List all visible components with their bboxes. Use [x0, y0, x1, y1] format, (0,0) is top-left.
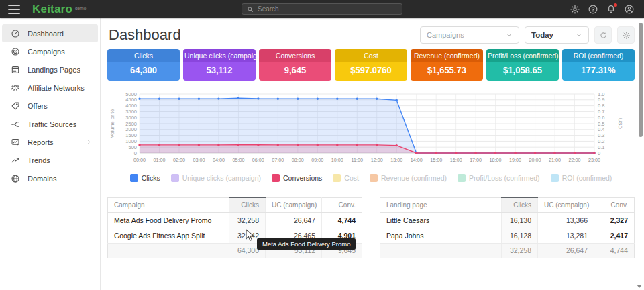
menu-toggle-icon[interactable] — [8, 5, 20, 14]
legend-item-roi-confirmed[interactable]: ROI (confirmed) — [551, 174, 612, 182]
totals-cell: 26,647 — [538, 243, 594, 258]
dashboard-chart: 005000.110000.215000.320000.425000.53000… — [107, 89, 631, 172]
search-input[interactable]: Search — [241, 3, 402, 15]
landing-pages-table: Landing pageClicksUC (campaign)Conv.Litt… — [380, 197, 635, 258]
sidebar-item-offers[interactable]: Offers — [2, 97, 98, 115]
svg-text:16:00: 16:00 — [450, 157, 462, 163]
column-header-clicks[interactable]: Clicks — [502, 197, 538, 212]
table-row[interactable]: Little Caesars16,13013,3662,327 — [380, 212, 635, 228]
column-header-conv[interactable]: Conv. — [322, 197, 362, 212]
svg-text:5000: 5000 — [125, 91, 137, 97]
notifications-bell-icon[interactable] — [606, 4, 616, 15]
svg-text:08:00: 08:00 — [292, 157, 304, 163]
svg-text:0.1: 0.1 — [598, 144, 604, 150]
table-row[interactable]: Meta Ads Food Delivery Promo32,25826,647… — [108, 212, 362, 228]
column-header-clicks[interactable]: Clicks — [229, 197, 266, 212]
sidebar-item-label: Campaigns — [28, 48, 65, 56]
column-header-campaign[interactable]: Campaign — [108, 197, 229, 212]
stat-card-value: $1,058.65 — [486, 62, 559, 81]
stat-card-label: Profit/Loss (confirmed) — [486, 49, 559, 62]
svg-text:1.0: 1.0 — [598, 91, 604, 97]
row-tooltip: Meta Ads Food Delivery Promo — [257, 238, 356, 250]
logo[interactable]: Keitaro demo — [32, 3, 86, 16]
dashboard-settings-button[interactable] — [617, 26, 635, 44]
stat-cards-row: Clicks64,300Unique clicks (campaign)53,1… — [107, 49, 635, 81]
svg-text:17:00: 17:00 — [470, 157, 482, 163]
chevron-down-icon — [576, 32, 582, 38]
table-cell: Little Caesars — [380, 212, 502, 228]
legend-item-unique-clicks-campaign[interactable]: Unique clicks (campaign) — [171, 174, 261, 182]
chart-legend: ClicksUnique clicks (campaign)Conversion… — [107, 174, 635, 182]
table-cell: 2,327 — [594, 212, 635, 228]
legend-item-revenue-confirmed[interactable]: Revenue (confirmed) — [370, 174, 447, 182]
stat-card-clicks[interactable]: Clicks64,300 — [107, 49, 180, 81]
search-icon — [247, 6, 254, 13]
legend-item-profit-loss-confirmed[interactable]: Profit/Loss (confirmed) — [458, 174, 540, 182]
svg-text:0.4: 0.4 — [598, 126, 604, 132]
scrollbar-thumb[interactable] — [639, 23, 643, 137]
sidebar-item-dashboard[interactable]: Dashboard — [2, 24, 98, 42]
chevron-down-icon — [506, 32, 513, 38]
sidebar-item-trends[interactable]: Trends — [2, 151, 98, 169]
column-header-uc-campaign[interactable]: UC (campaign) — [266, 197, 322, 212]
svg-text:12:00: 12:00 — [371, 157, 383, 163]
date-range-select[interactable]: Today — [525, 26, 589, 44]
legend-swatch — [458, 174, 466, 182]
svg-text:1000: 1000 — [125, 138, 137, 144]
legend-swatch — [370, 174, 378, 182]
scroll-down-arrow-icon[interactable] — [637, 285, 642, 288]
notification-badge — [614, 3, 617, 7]
sidebar-item-label: Trends — [28, 156, 50, 164]
stat-card-value: 177.31% — [562, 62, 635, 81]
legend-item-cost[interactable]: Cost — [333, 174, 359, 182]
stat-card-profit-loss-confirmed[interactable]: Profit/Loss (confirmed)$1,058.65 — [486, 49, 559, 81]
campaigns-icon — [11, 47, 20, 56]
sidebar-item-affiliate-networks[interactable]: Affiliate Networks — [2, 79, 98, 97]
totals-cell — [108, 243, 229, 258]
svg-text:13:00: 13:00 — [390, 157, 402, 163]
table-row[interactable]: Papa Johns16,12813,2812,417 — [380, 228, 635, 243]
stat-card-roi-confirmed[interactable]: ROI (confirmed)177.31% — [562, 49, 635, 81]
stat-card-unique-clicks-campaign[interactable]: Unique clicks (campaign)53,112 — [183, 49, 256, 81]
settings-icon[interactable] — [570, 4, 580, 15]
traffic-icon — [11, 119, 20, 129]
totals-row: 32,25826,6474,744 — [380, 243, 635, 258]
stat-card-label: Conversions — [259, 49, 331, 62]
legend-label: Cost — [344, 174, 359, 182]
sidebar-item-label: Affiliate Networks — [28, 84, 85, 92]
help-icon[interactable] — [588, 4, 598, 15]
svg-text:10:00: 10:00 — [331, 157, 343, 163]
logo-text: Keitaro — [32, 3, 72, 16]
column-header-uc-campaign[interactable]: UC (campaign) — [538, 197, 594, 212]
column-header-landing-page[interactable]: Landing page — [380, 197, 502, 212]
campaigns-filter-select[interactable]: Campaigns — [420, 26, 519, 44]
tables-row: CampaignClicksUC (campaign)Conv.Meta Ads… — [107, 197, 635, 258]
table-cell: Google Ads Fitness App Split — [108, 228, 229, 243]
stat-card-revenue-confirmed[interactable]: Revenue (confirmed)$1,655.73 — [411, 49, 483, 81]
stat-card-value: $597.0760 — [335, 62, 407, 81]
sidebar-item-domains[interactable]: Domains — [2, 169, 98, 187]
user-avatar-icon[interactable] — [624, 4, 635, 15]
refresh-button[interactable] — [594, 26, 612, 44]
legend-swatch — [171, 174, 179, 182]
topbar: Keitaro demo Search — [0, 0, 644, 18]
stat-card-conversions[interactable]: Conversions9,645 — [259, 49, 331, 81]
legend-item-conversions[interactable]: Conversions — [272, 174, 322, 182]
legend-swatch — [272, 174, 280, 182]
sidebar-item-reports[interactable]: Reports — [2, 133, 98, 151]
sidebar-item-label: Domains — [28, 175, 56, 183]
sidebar-item-label: Traffic Sources — [28, 120, 76, 128]
stat-card-cost[interactable]: Cost$597.0760 — [335, 49, 407, 81]
legend-label: Profit/Loss (confirmed) — [469, 174, 540, 182]
stat-card-label: ROI (confirmed) — [562, 49, 635, 62]
svg-text:3000: 3000 — [125, 115, 137, 121]
legend-swatch — [130, 174, 138, 182]
stat-card-value: $1,655.73 — [411, 62, 483, 81]
column-header-conv[interactable]: Conv. — [594, 197, 635, 212]
legend-item-clicks[interactable]: Clicks — [130, 174, 160, 182]
svg-text:0: 0 — [598, 150, 600, 156]
sidebar-item-landings-pages[interactable]: Landings Pages — [2, 60, 98, 79]
sidebar-item-campaigns[interactable]: Campaigns — [2, 42, 98, 60]
affiliate-icon — [11, 83, 20, 93]
sidebar-item-traffic-sources[interactable]: Traffic Sources — [2, 115, 98, 133]
